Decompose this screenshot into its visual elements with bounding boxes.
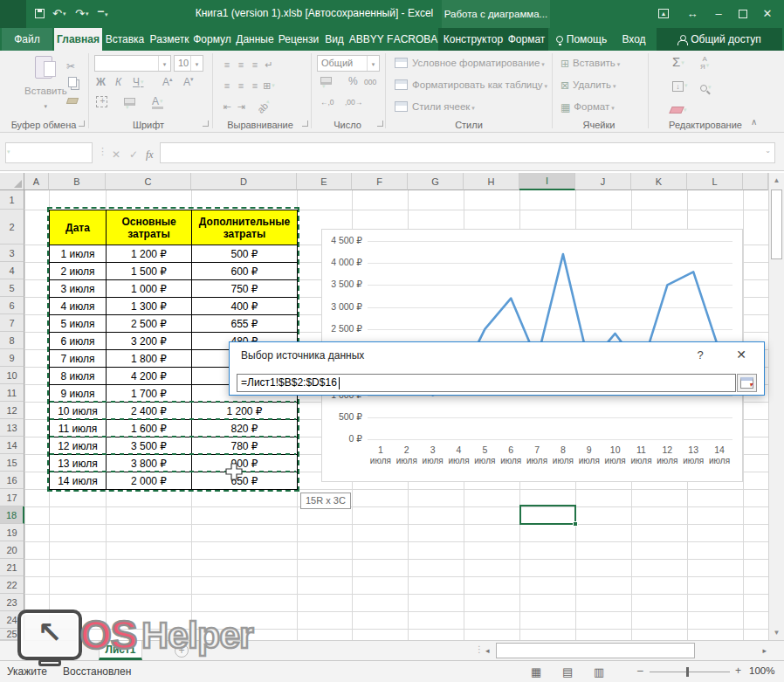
table-cell[interactable]: 820 ₽	[192, 420, 298, 437]
row-header-12[interactable]: 12	[0, 402, 24, 419]
table-cell[interactable]: 2 000 ₽	[107, 472, 192, 490]
dialog-help-icon[interactable]: ?	[694, 348, 706, 362]
scroll-left-icon[interactable]: ◂	[485, 646, 490, 655]
table-cell[interactable]: 1 700 ₽	[107, 385, 192, 403]
row-header-19[interactable]: 19	[0, 524, 24, 541]
row-header-10[interactable]: 10	[0, 367, 24, 384]
table-cell[interactable]: 7 июля	[50, 350, 107, 368]
column-header-H[interactable]: H	[464, 173, 519, 190]
row-header-18[interactable]: 18	[0, 506, 24, 524]
table-cell[interactable]: 5 июля	[50, 315, 107, 333]
table-cell[interactable]: 2 июля	[50, 263, 107, 280]
column-header-F[interactable]: F	[352, 173, 408, 190]
table-cell[interactable]: 600 ₽	[192, 263, 298, 280]
zoom-in-icon[interactable]: +	[735, 665, 741, 677]
row-header-5[interactable]: 5	[0, 279, 24, 297]
row-header-7[interactable]: 7	[0, 314, 24, 332]
zoom-slider[interactable]	[650, 672, 730, 672]
row-header-11[interactable]: 11	[0, 384, 24, 402]
column-header-A[interactable]: A	[24, 173, 49, 190]
table-cell[interactable]: 1 200 ₽	[192, 403, 298, 420]
table-cell[interactable]: 14 июля	[50, 472, 107, 490]
zoom-level[interactable]: 100%	[749, 665, 774, 676]
vertical-scroll-thumb[interactable]	[771, 189, 782, 259]
table-cell[interactable]: 13 июля	[50, 455, 107, 472]
table-cell[interactable]: 3 200 ₽	[107, 333, 192, 350]
table-cell[interactable]: 780 ₽	[192, 437, 298, 455]
view-page-layout-icon[interactable]: ▤	[562, 665, 573, 679]
scroll-up-icon[interactable]: ▲	[769, 176, 784, 184]
row-header-14[interactable]: 14	[0, 437, 24, 454]
table-cell[interactable]: 10 июля	[50, 403, 107, 420]
row-header-15[interactable]: 15	[0, 454, 24, 472]
table-header-cell[interactable]: Основные затраты	[107, 210, 192, 245]
row-header-17[interactable]: 17	[0, 489, 24, 506]
row-header-13[interactable]: 13	[0, 419, 24, 437]
scroll-right-icon[interactable]: ▸	[762, 646, 767, 655]
row-header-9[interactable]: 9	[0, 349, 24, 367]
row-header-16[interactable]: 16	[0, 472, 24, 489]
column-header-D[interactable]: D	[191, 173, 297, 190]
table-cell[interactable]: 4 июля	[50, 298, 107, 315]
horizontal-scroll-thumb[interactable]	[496, 643, 695, 658]
row-header-4[interactable]: 4	[0, 262, 24, 279]
zoom-out-icon[interactable]: –	[637, 665, 643, 677]
table-header-cell[interactable]: Дополнительные затраты	[192, 210, 298, 245]
table-cell[interactable]: 1 200 ₽	[107, 245, 192, 263]
table-cell[interactable]: 1 600 ₽	[107, 420, 192, 437]
table-cell[interactable]: 11 июля	[50, 420, 107, 437]
row-header-1[interactable]: 1	[0, 190, 24, 210]
table-cell[interactable]: 1 000 ₽	[107, 280, 192, 298]
table-cell[interactable]: 2 400 ₽	[107, 403, 192, 420]
table-cell[interactable]: 12 июля	[50, 437, 107, 455]
table-cell[interactable]: 1 300 ₽	[107, 298, 192, 315]
column-header-K[interactable]: K	[631, 173, 687, 190]
row-header-20[interactable]: 20	[0, 541, 24, 559]
horizontal-scrollbar[interactable]: ◂ ▸	[485, 643, 768, 659]
column-header-J[interactable]: J	[575, 173, 631, 190]
table-cell[interactable]: 3 800 ₽	[107, 455, 192, 472]
table-header-cell[interactable]: Дата	[50, 210, 107, 245]
table-cell[interactable]: 4 200 ₽	[107, 368, 192, 385]
table-cell[interactable]: 6 июля	[50, 333, 107, 350]
column-header-E[interactable]: E	[297, 173, 352, 190]
table-cell[interactable]: 1 800 ₽	[107, 350, 192, 368]
table-cell[interactable]: 500 ₽	[192, 245, 298, 263]
row-header-6[interactable]: 6	[0, 297, 24, 314]
table-cell[interactable]: 650 ₽	[192, 472, 298, 490]
table-cell[interactable]: 2 500 ₽	[107, 315, 192, 333]
table-cell[interactable]: 750 ₽	[192, 280, 298, 298]
column-header-B[interactable]: B	[49, 173, 106, 190]
row-header-3[interactable]: 3	[0, 245, 24, 262]
view-normal-icon[interactable]: ▦	[531, 665, 541, 679]
column-header-C[interactable]: C	[106, 173, 191, 190]
table-cell[interactable]: 1 500 ₽	[107, 263, 192, 280]
column-header-I[interactable]: I	[519, 173, 575, 190]
table-cell[interactable]: 3 июля	[50, 280, 107, 298]
status-restored[interactable]: Восстановлен	[63, 665, 131, 678]
row-header-21[interactable]: 21	[0, 559, 24, 576]
vertical-scrollbar[interactable]: ▲ ▼	[768, 173, 784, 640]
table-cell[interactable]: 900 ₽	[192, 455, 298, 472]
table-cell[interactable]: 1 июля	[50, 245, 107, 263]
table-cell[interactable]: 400 ₽	[192, 298, 298, 315]
fill-handle[interactable]	[573, 521, 578, 527]
splitter-dots-icon[interactable]: ⋮	[475, 644, 484, 654]
scroll-down-icon[interactable]: ▼	[769, 629, 784, 637]
dialog-close-icon[interactable]: ✕	[734, 348, 748, 362]
active-cell[interactable]	[519, 505, 576, 525]
range-input[interactable]: =Лист1!$B$2:$D$16	[237, 374, 736, 392]
row-header-23[interactable]: 23	[0, 594, 24, 611]
row-header-2[interactable]: 2	[0, 210, 24, 245]
table-cell[interactable]: 3 500 ₽	[107, 437, 192, 455]
column-header-L[interactable]: L	[687, 173, 743, 190]
table-cell[interactable]: 8 июля	[50, 368, 107, 385]
column-header-partial[interactable]	[743, 173, 768, 190]
row-header-8[interactable]: 8	[0, 332, 24, 349]
collapse-dialog-button[interactable]	[737, 374, 757, 392]
table-cell[interactable]: 655 ₽	[192, 315, 298, 333]
zoom-slider-thumb[interactable]	[686, 667, 689, 677]
row-header-22[interactable]: 22	[0, 576, 24, 594]
view-page-break-icon[interactable]: ▥	[594, 665, 604, 679]
column-header-G[interactable]: G	[408, 173, 464, 190]
